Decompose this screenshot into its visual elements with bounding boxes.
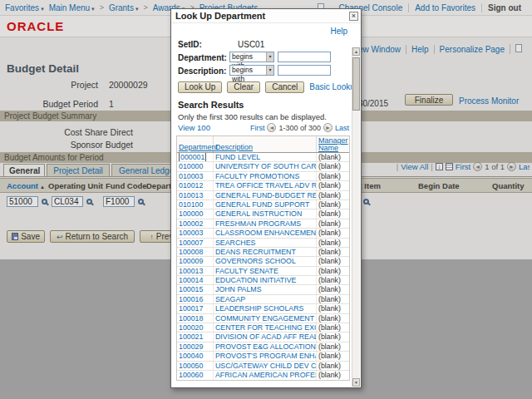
chevron-down-icon: ▾ xyxy=(266,52,273,62)
lookup-department-link[interactable]: 100020 xyxy=(179,323,203,332)
lookup-department-link[interactable]: 100060 xyxy=(179,371,203,379)
lookup-description-link[interactable]: CLASSROOM ENHANCEMENT FUND xyxy=(215,229,317,237)
lookup-department-link[interactable]: 100021 xyxy=(179,332,203,341)
lookup-result-row: 100020CENTER FOR TEACHING EXCEL(blank) xyxy=(177,323,349,332)
look-up-button[interactable]: Look Up xyxy=(178,81,222,93)
lookup-description-link[interactable]: SEARCHES xyxy=(215,239,255,247)
lookup-description-link[interactable]: SEAGAP xyxy=(215,295,245,303)
lookup-manager-value: (blank) xyxy=(317,362,349,370)
lookup-department-link[interactable]: 100013 xyxy=(179,267,203,275)
view-100-link[interactable]: View 100 xyxy=(178,123,210,132)
lookup-description-link[interactable]: DEANS RECRUITMENT xyxy=(215,248,296,256)
scroll-up-icon[interactable]: ▲ xyxy=(352,47,360,56)
lookup-manager-value: (blank) xyxy=(317,209,349,218)
lookup-description-link[interactable]: TREA OFFICE TRAVEL ADV REC xyxy=(215,181,317,190)
lookup-result-row: 010012TREA OFFICE TRAVEL ADV REC(blank) xyxy=(177,181,349,190)
lookup-description-link[interactable]: GOVERNORS SCHOOL xyxy=(215,257,296,265)
lookup-description-link[interactable]: FRESHMAN PROGRAMS xyxy=(215,219,301,228)
lookup-department-link[interactable]: 010013 xyxy=(179,191,203,200)
lookup-department-link[interactable]: 000001 xyxy=(179,153,206,161)
results-next-icon[interactable]: ► xyxy=(323,123,332,132)
lookup-description-link[interactable]: PROVOST E&G ALLOCATION xyxy=(215,342,316,351)
lookup-manager-value: (blank) xyxy=(317,314,349,323)
department-sort-link[interactable]: Department xyxy=(179,143,218,151)
lookup-department-link[interactable]: 100014 xyxy=(179,276,203,284)
lookup-department-link[interactable]: 010100 xyxy=(179,200,203,209)
lookup-description-link[interactable]: DIVISION OF ACAD AFF REALLOCAT xyxy=(215,332,317,341)
results-prev-icon[interactable]: ◄ xyxy=(267,123,276,132)
lookup-result-row: 100050USC/GATEWAY CHILD DEV CNT(blank) xyxy=(177,362,349,371)
lookup-description-link[interactable]: LEADERSHIP SCHOLARS xyxy=(215,304,303,313)
description-search-input[interactable] xyxy=(278,65,331,76)
scroll-down-icon[interactable]: ▼ xyxy=(352,378,360,387)
lookup-description-link[interactable]: JOHN PALMS xyxy=(215,285,262,293)
search-results-title: Search Results xyxy=(178,100,244,110)
lookup-description-link[interactable]: GENERAL INSTRUCTION xyxy=(215,209,302,218)
lookup-manager-value: (blank) xyxy=(317,285,349,293)
lookup-department-link[interactable]: 100029 xyxy=(179,342,203,351)
lookup-department-link[interactable]: 010012 xyxy=(179,181,203,190)
lookup-department-link[interactable]: 100017 xyxy=(179,304,203,313)
lookup-description-link[interactable]: GENERAL FUND-BUDGET REDUCTION xyxy=(215,191,317,200)
department-search-input[interactable] xyxy=(278,52,331,62)
lookup-result-row: 010000UNIVERSITY OF SOUTH CAROLINA(blank… xyxy=(177,162,349,171)
lookup-department-link[interactable]: 100016 xyxy=(179,295,203,303)
description-sort-link[interactable]: Description xyxy=(215,143,253,151)
close-icon[interactable]: × xyxy=(349,12,358,21)
screen: Favorites▾Main Menu▾>Grants▾>Awards▾>Pro… xyxy=(0,0,532,399)
lookup-department-link[interactable]: 100002 xyxy=(179,219,203,228)
lookup-department-link[interactable]: 100050 xyxy=(179,362,203,370)
lookup-description-link[interactable]: AFRICAN AMERICAN PROFESSORS PR xyxy=(215,371,317,379)
lookup-manager-value: (blank) xyxy=(317,153,349,161)
lookup-result-row: 100018COMMUNITY ENGAGEMENT(blank) xyxy=(177,314,349,323)
lookup-result-row: 100014EDUCATION INITIATIVE(blank) xyxy=(177,276,349,285)
lookup-manager-value: (blank) xyxy=(317,219,349,228)
lookup-result-row: 010013GENERAL FUND-BUDGET REDUCTION(blan… xyxy=(177,191,349,200)
scrollbar-thumb[interactable] xyxy=(352,57,360,111)
lookup-manager-value: (blank) xyxy=(317,342,349,351)
lookup-department-link[interactable]: 010000 xyxy=(179,162,203,170)
department-operator-select[interactable]: begins with ▾ xyxy=(229,52,274,62)
lookup-manager-value: (blank) xyxy=(317,267,349,275)
lookup-result-row: 100021DIVISION OF ACAD AFF REALLOCAT(bla… xyxy=(177,332,349,342)
lookup-department-link[interactable]: 100040 xyxy=(179,352,203,360)
lookup-result-row: 010100GENERAL FUND SUPPORT(blank) xyxy=(177,200,349,209)
results-first-link[interactable]: First xyxy=(250,124,265,132)
lookup-description-link[interactable]: USC/GATEWAY CHILD DEV CNT xyxy=(215,362,317,370)
lookup-department-modal: Look Up Department × Help SetID: USC01 D… xyxy=(170,8,362,388)
description-operator-select[interactable]: begins with ▾ xyxy=(229,65,274,76)
lookup-department-link[interactable]: 100008 xyxy=(179,248,203,256)
lookup-department-link[interactable]: 010003 xyxy=(179,172,203,180)
lookup-description-link[interactable]: PROVOST'S PROGRAM ENHANCEMENT xyxy=(215,352,317,360)
results-last-link[interactable]: Last xyxy=(335,124,349,132)
lookup-department-link[interactable]: 100003 xyxy=(179,229,203,237)
lookup-result-row: 100060AFRICAN AMERICAN PROFESSORS PR(bla… xyxy=(177,371,349,380)
lookup-description-link[interactable]: UNIVERSITY OF SOUTH CAROLINA xyxy=(215,162,317,170)
lookup-description-link[interactable]: FUND LEVEL xyxy=(215,153,260,161)
setid-value: USC01 xyxy=(238,40,264,49)
lookup-department-link[interactable]: 100009 xyxy=(179,257,203,265)
lookup-department-link[interactable]: 100015 xyxy=(179,285,203,293)
lookup-result-row: 000001FUND LEVEL(blank) xyxy=(177,153,349,162)
lookup-manager-value: (blank) xyxy=(317,248,349,256)
description-label: Description: xyxy=(178,66,231,76)
lookup-department-link[interactable]: 100007 xyxy=(179,239,203,247)
modal-title: Look Up Department xyxy=(171,9,361,23)
lookup-result-row: 100015JOHN PALMS(blank) xyxy=(177,285,349,294)
modal-scrollbar[interactable]: ▲ ▼ xyxy=(352,47,360,387)
lookup-description-link[interactable]: CENTER FOR TEACHING EXCEL xyxy=(215,323,317,332)
manager-name-sort-link[interactable]: Manager Name xyxy=(318,136,348,152)
lookup-department-link[interactable]: 100000 xyxy=(179,209,203,218)
lookup-manager-value: (blank) xyxy=(317,323,349,332)
lookup-result-row: 100013FACULTY SENATE(blank) xyxy=(177,267,349,276)
modal-help-link[interactable]: Help xyxy=(330,27,347,36)
lookup-description-link[interactable]: EDUCATION INITIATIVE xyxy=(215,276,296,284)
lookup-department-link[interactable]: 100018 xyxy=(179,314,203,323)
lookup-description-link[interactable]: GENERAL FUND SUPPORT xyxy=(215,200,309,209)
cancel-button[interactable]: Cancel xyxy=(265,81,304,93)
lookup-description-link[interactable]: COMMUNITY ENGAGEMENT xyxy=(215,314,314,323)
lookup-description-link[interactable]: FACULTY SENATE xyxy=(215,267,278,275)
lookup-manager-value: (blank) xyxy=(317,295,349,303)
clear-button[interactable]: Clear xyxy=(227,81,260,93)
lookup-description-link[interactable]: FACULTY PROMOTIONS xyxy=(215,172,299,180)
